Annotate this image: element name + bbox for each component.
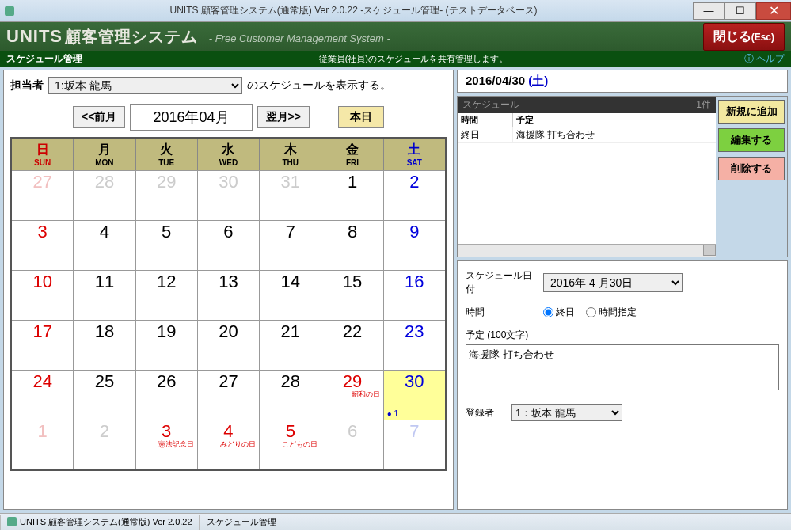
calendar-day[interactable]: 29昭和の日 bbox=[321, 370, 383, 420]
statusbar: UNITS 顧客管理システム(通常版) Ver 2.0.22 スケジュール管理 bbox=[0, 513, 791, 530]
selected-date-header: 2016/04/30 (土) bbox=[457, 70, 788, 93]
calendar-day[interactable]: 10 bbox=[12, 271, 74, 320]
assignee-label: 担当者 bbox=[10, 78, 44, 93]
plan-field-label: 予定 (100文字) bbox=[466, 329, 779, 342]
scroll-thumb[interactable] bbox=[703, 245, 716, 256]
calendar-day[interactable]: 26 bbox=[136, 370, 198, 420]
calendar-day[interactable]: 23 bbox=[384, 321, 445, 370]
calendar-day[interactable]: 21 bbox=[260, 321, 321, 370]
calendar-day[interactable]: 8 bbox=[321, 221, 383, 270]
date-field-label: スケジュール日付 bbox=[466, 269, 537, 296]
calendar: 日SUN月MON火TUE水WED木THU金FRI土SAT 27282930311… bbox=[10, 137, 447, 471]
logo-units: UNITS bbox=[6, 26, 63, 46]
window-title: UNITS 顧客管理システム(通常版) Ver 2.0.22 -スケジュール管理… bbox=[14, 4, 693, 17]
sub-header: スケジュール管理 従業員(社員)のスケジュールを共有管理します。 ⓘ ヘルプ bbox=[0, 51, 791, 66]
schedule-count: 1件 bbox=[696, 98, 711, 112]
calendar-day[interactable]: 16 bbox=[384, 271, 445, 320]
calendar-day[interactable]: 9 bbox=[384, 221, 445, 270]
col-time: 時間 bbox=[458, 113, 513, 127]
calendar-day[interactable]: 6 bbox=[198, 221, 260, 270]
dow-header: 金FRI bbox=[321, 139, 383, 170]
maximize-button[interactable]: ☐ bbox=[724, 2, 756, 20]
assignee-select[interactable]: 1:坂本 龍馬 bbox=[48, 77, 242, 94]
calendar-day[interactable]: 27 bbox=[12, 171, 74, 220]
schedule-date-select[interactable]: 2016年 4 月30日 bbox=[543, 273, 683, 292]
calendar-day[interactable]: 17 bbox=[12, 321, 74, 370]
calendar-day[interactable]: 18 bbox=[74, 321, 135, 370]
dow-header: 日SUN bbox=[12, 139, 74, 170]
calendar-day[interactable]: 31 bbox=[260, 171, 321, 220]
calendar-day[interactable]: 2 bbox=[384, 171, 445, 220]
calendar-day[interactable]: 15 bbox=[321, 271, 383, 320]
calendar-day[interactable]: 13 bbox=[198, 271, 260, 320]
calendar-pane: 担当者 1:坂本 龍馬 のスケジュールを表示する。 <<前月 2016年04月 … bbox=[3, 70, 454, 510]
section-desc: 従業員(社員)のスケジュールを共有管理します。 bbox=[319, 53, 508, 65]
assignee-suffix: のスケジュールを表示する。 bbox=[247, 78, 391, 93]
dow-header: 火TUE bbox=[136, 139, 198, 170]
registrant-select[interactable]: 1：坂本 龍馬 bbox=[511, 404, 622, 421]
calendar-day[interactable]: 3憲法記念日 bbox=[136, 420, 198, 469]
dow-header: 木THU bbox=[260, 139, 321, 170]
scroll-area bbox=[458, 244, 716, 256]
calendar-day[interactable]: 7 bbox=[384, 420, 445, 469]
schedule-title: スケジュール bbox=[462, 98, 519, 112]
minimize-button[interactable]: — bbox=[693, 2, 724, 20]
calendar-day[interactable]: 30● 1 bbox=[384, 370, 445, 420]
calendar-day[interactable]: 12 bbox=[136, 271, 198, 320]
section-title: スケジュール管理 bbox=[6, 52, 82, 66]
col-plan: 予定 bbox=[513, 113, 716, 127]
month-display: 2016年04月 bbox=[130, 104, 252, 131]
window-close-button[interactable]: ✕ bbox=[756, 2, 791, 20]
calendar-day[interactable]: 7 bbox=[260, 221, 321, 270]
schedule-list-panel: スケジュール 1件 時間 予定 終日海援隊 打ち合わせ 新規に追加 編集する 削… bbox=[457, 96, 788, 257]
calendar-day[interactable]: 30 bbox=[198, 171, 260, 220]
today-button[interactable]: 本日 bbox=[338, 106, 384, 128]
calendar-day[interactable]: 2 bbox=[74, 420, 135, 469]
status-icon bbox=[7, 517, 17, 526]
calendar-day[interactable]: 14 bbox=[260, 271, 321, 320]
status-seg2: スケジュール管理 bbox=[200, 515, 283, 530]
calendar-day[interactable]: 28 bbox=[260, 370, 321, 420]
titlebar: UNITS 顧客管理システム(通常版) Ver 2.0.22 -スケジュール管理… bbox=[0, 0, 791, 22]
dow-header: 水WED bbox=[198, 139, 260, 170]
tagline: - Free Customer Management System - bbox=[209, 32, 390, 44]
calendar-day[interactable]: 1 bbox=[321, 171, 383, 220]
calendar-day[interactable]: 6 bbox=[321, 420, 383, 469]
prev-month-button[interactable]: <<前月 bbox=[73, 106, 125, 128]
calendar-day[interactable]: 11 bbox=[74, 271, 135, 320]
new-button[interactable]: 新規に追加 bbox=[718, 100, 785, 124]
dow-header: 土SAT bbox=[384, 139, 445, 170]
app-header: UNITS 顧客管理システム - Free Customer Managemen… bbox=[0, 22, 791, 51]
plan-textarea[interactable] bbox=[466, 344, 779, 390]
dow-header: 月MON bbox=[74, 139, 135, 170]
calendar-day[interactable]: 5 bbox=[136, 221, 198, 270]
help-link[interactable]: ⓘ ヘルプ bbox=[744, 52, 785, 66]
calendar-day[interactable]: 20 bbox=[198, 321, 260, 370]
calendar-day[interactable]: 1 bbox=[12, 420, 74, 469]
delete-button[interactable]: 削除する bbox=[718, 157, 785, 180]
calendar-day[interactable]: 27 bbox=[198, 370, 260, 420]
next-month-button[interactable]: 翌月>> bbox=[257, 106, 310, 128]
schedule-row[interactable]: 終日海援隊 打ち合わせ bbox=[458, 127, 716, 143]
registrant-label: 登録者 bbox=[466, 406, 505, 420]
calendar-day[interactable]: 19 bbox=[136, 321, 198, 370]
logo-jp: 顧客管理システム bbox=[65, 28, 198, 45]
calendar-day[interactable]: 28 bbox=[74, 171, 135, 220]
calendar-day[interactable]: 24 bbox=[12, 370, 74, 420]
calendar-day[interactable]: 25 bbox=[74, 370, 135, 420]
calendar-day[interactable]: 4 bbox=[74, 221, 135, 270]
app-icon bbox=[5, 6, 14, 16]
close-button[interactable]: 閉じる(Esc) bbox=[703, 23, 785, 51]
status-seg1: UNITS 顧客管理システム(通常版) Ver 2.0.22 bbox=[20, 516, 192, 528]
radio-timed[interactable]: 時間指定 bbox=[586, 306, 637, 319]
calendar-day[interactable]: 5こどもの日 bbox=[260, 420, 321, 469]
calendar-day[interactable]: 3 bbox=[12, 221, 74, 270]
calendar-day[interactable]: 29 bbox=[136, 171, 198, 220]
radio-allday[interactable]: 終日 bbox=[543, 306, 575, 319]
calendar-day[interactable]: 4みどりの日 bbox=[198, 420, 260, 469]
edit-button[interactable]: 編集する bbox=[718, 128, 785, 152]
detail-panel: スケジュール日付 2016年 4 月30日 時間 終日 時間指定 予定 (100… bbox=[457, 260, 788, 510]
time-field-label: 時間 bbox=[466, 306, 537, 319]
calendar-day[interactable]: 22 bbox=[321, 321, 383, 370]
